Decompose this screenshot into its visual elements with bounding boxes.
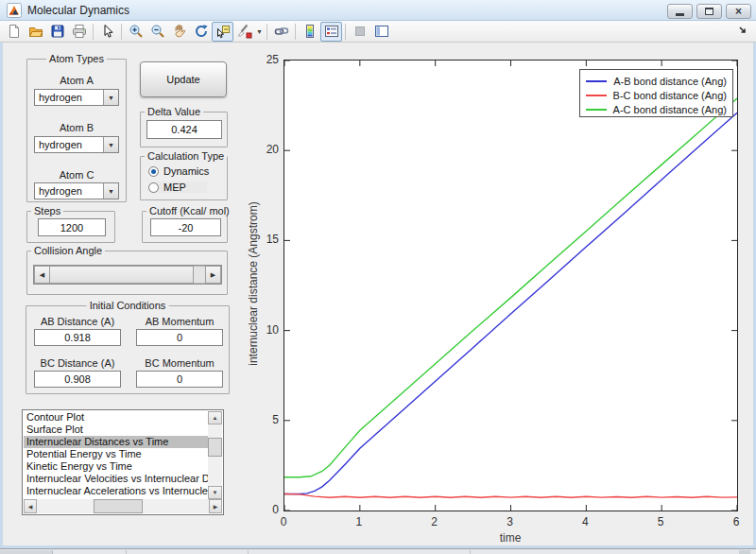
print-figure-button[interactable] (68, 22, 90, 42)
insert-colorbar-button[interactable] (299, 22, 320, 42)
steps-panel: Steps (26, 211, 115, 243)
matlab-logo-icon (7, 3, 22, 18)
screen: Molecular Dynamics × (0, 0, 756, 554)
atom-a-dropdown[interactable]: hydrogen ▼ (34, 89, 119, 106)
data-cursor-button[interactable] (212, 22, 233, 42)
slider-right-arrow-icon[interactable]: ▶ (205, 266, 221, 284)
scroll-left-icon[interactable]: ◀ (24, 499, 37, 513)
atom-c-dropdown[interactable]: hydrogen ▼ (34, 182, 119, 199)
ab-distance-field[interactable] (34, 329, 121, 346)
toolbar-separator (121, 24, 122, 40)
bc-distance-field[interactable] (34, 371, 121, 388)
list-item[interactable]: Internuclear Velocities vs Internuclear … (24, 473, 208, 485)
toolbar-separator (295, 24, 296, 40)
minimize-button[interactable] (667, 4, 693, 19)
atom-a-value: hydrogen (35, 90, 103, 105)
tick-label: 0 (269, 515, 298, 528)
chevron-down-icon: ▼ (103, 183, 118, 199)
update-button-label: Update (166, 74, 199, 85)
save-figure-button[interactable] (46, 22, 68, 42)
close-icon: × (735, 6, 742, 17)
scroll-down-icon[interactable]: ▼ (208, 486, 222, 499)
plot-area[interactable] (284, 60, 738, 511)
dock-figure-icon (374, 24, 389, 39)
list-item[interactable]: Internuclear Accelerations vs Internucle… (24, 485, 208, 497)
save-floppy-icon (50, 24, 65, 39)
radio-dynamics-label: Dynamics (163, 165, 209, 177)
rotate-3d-icon (194, 24, 209, 39)
link-plots-button[interactable] (270, 22, 292, 42)
close-button[interactable]: × (726, 4, 751, 19)
rotate-3d-button[interactable] (190, 22, 212, 42)
chevron-down-icon: ▼ (103, 90, 118, 105)
atom-types-title: Atom Types (46, 53, 107, 64)
chevron-down-icon: ▼ (103, 137, 118, 152)
bc-distance-label: BC Distance (A) (34, 357, 121, 369)
radio-dynamics[interactable]: Dynamics (148, 165, 209, 177)
vertical-scroll-thumb[interactable] (208, 438, 222, 457)
insert-legend-button[interactable] (320, 22, 342, 42)
list-item[interactable]: Surface Plot (24, 424, 208, 436)
ab-momentum-field[interactable] (136, 329, 223, 346)
zoom-in-button[interactable] (125, 22, 146, 42)
vertical-scrollbar[interactable]: ▲ ▼ (208, 411, 222, 499)
hide-plot-tools-button (349, 22, 370, 42)
zoom-out-icon (150, 24, 165, 39)
steps-field[interactable] (38, 218, 106, 236)
open-file-button[interactable] (25, 22, 46, 42)
delta-value-field[interactable] (146, 120, 222, 139)
horizontal-scroll-thumb[interactable] (94, 499, 143, 513)
atom-b-dropdown[interactable]: hydrogen ▼ (34, 136, 119, 153)
maximize-icon (705, 8, 713, 15)
tick-label: 6 (722, 515, 750, 528)
new-figure-button[interactable] (3, 22, 25, 42)
atom-b-value: hydrogen (35, 137, 103, 152)
toolbar-separator (266, 24, 267, 40)
maximize-button[interactable] (696, 4, 722, 19)
calculation-type-panel: Calculation Type Dynamics MEP (140, 156, 228, 200)
atom-a-label: Atom A (27, 75, 126, 86)
series-line-1 (284, 494, 737, 498)
brush-dropdown-icon[interactable]: ▼ (255, 28, 264, 35)
list-item[interactable]: Internuclear Distances vs Time (24, 436, 208, 448)
legend-label: A-B bond distance (Ang) (613, 76, 727, 87)
legend-line-sample (586, 95, 607, 96)
tick-label: 0 (237, 503, 279, 516)
scroll-right-icon[interactable]: ▶ (209, 499, 222, 513)
edit-plot-button[interactable] (96, 22, 118, 42)
slider-thumb[interactable] (50, 266, 194, 284)
plot-type-listbox[interactable]: Contour PlotSurface PlotInternuclear Dis… (22, 409, 224, 515)
dock-window-arrow-icon[interactable] (738, 26, 749, 37)
bc-momentum-label: BC Momentum (136, 357, 223, 369)
cutoff-field[interactable] (150, 218, 221, 236)
new-document-icon (7, 24, 22, 39)
legend-label: A-C bond distance (Ang) (613, 104, 727, 115)
minimize-icon (676, 13, 684, 16)
tick-label: 4 (571, 515, 599, 528)
zoom-out-button[interactable] (146, 22, 168, 42)
atom-types-panel: Atom Types Atom A hydrogen ▼ Atom B hydr… (26, 59, 127, 202)
brush-button[interactable] (233, 22, 255, 42)
horizontal-scrollbar[interactable]: ◀ ▶ (24, 499, 222, 513)
list-item[interactable]: Contour Plot (24, 411, 208, 424)
scroll-up-icon[interactable]: ▲ (208, 411, 222, 424)
plot-legend[interactable]: A-B bond distance (Ang) B-C bond distanc… (579, 69, 733, 117)
radio-mep[interactable]: MEP (148, 182, 207, 193)
bc-momentum-field[interactable] (136, 371, 223, 388)
collision-angle-slider[interactable]: ◀ ▶ (33, 265, 222, 285)
titlebar[interactable]: Molecular Dynamics × (0, 0, 756, 21)
slider-left-arrow-icon[interactable]: ◀ (34, 266, 50, 284)
collision-angle-panel: Collision Angle ◀ ▶ (26, 251, 228, 295)
show-plot-tools-dock-button[interactable] (370, 22, 392, 42)
zoom-in-icon (129, 24, 144, 39)
pan-button[interactable] (168, 22, 190, 42)
series-line-2 (284, 98, 737, 477)
collision-angle-title: Collision Angle (31, 245, 105, 256)
y-axis-label: internuclear distance (Angstrom) (247, 142, 260, 425)
list-item[interactable]: Kinetic Energy vs Time (24, 460, 208, 473)
taskbar-tray-segment (739, 550, 750, 554)
update-button[interactable]: Update (140, 61, 227, 97)
brush-icon (237, 24, 252, 39)
steps-title: Steps (31, 205, 63, 216)
list-item[interactable]: Potential Energy vs Time (24, 448, 208, 460)
